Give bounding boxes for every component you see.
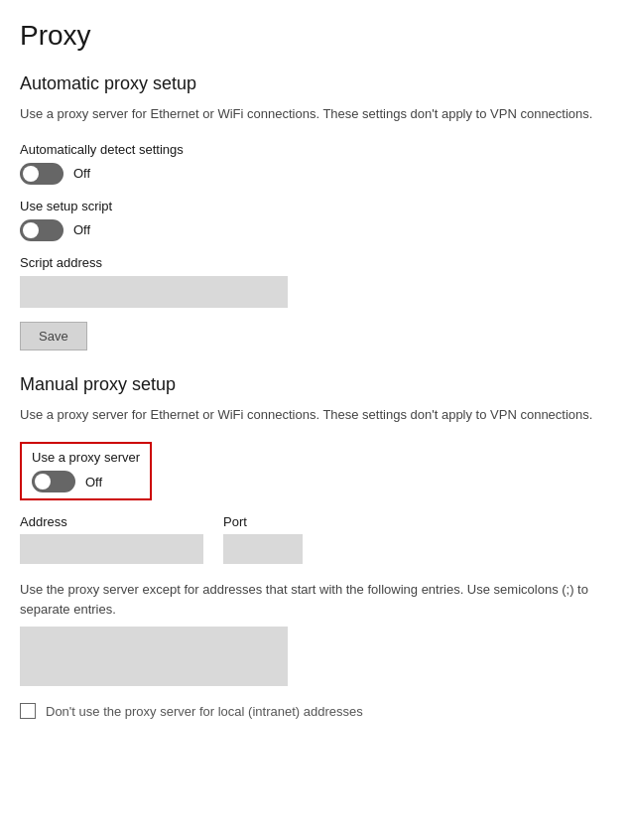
local-checkbox-row: Don't use the proxy server for local (in… [20,703,612,719]
setup-script-toggle[interactable] [20,219,63,241]
exceptions-description: Use the proxy server except for addresse… [20,580,612,619]
port-field-group: Port [223,514,303,564]
auto-detect-state: Off [73,166,90,181]
setup-script-label: Use setup script [20,199,612,213]
auto-detect-toggle-row: Off [20,163,612,185]
port-input[interactable] [223,534,303,564]
auto-detect-toggle[interactable] [20,163,63,185]
auto-detect-label: Automatically detect settings [20,142,612,157]
local-checkbox-label: Don't use the proxy server for local (in… [46,704,363,719]
save-button[interactable]: Save [20,322,87,350]
use-proxy-state: Off [85,475,102,490]
use-proxy-label: Use a proxy server [32,450,140,465]
page-title: Proxy [20,20,612,52]
manual-section: Manual proxy setup Use a proxy server fo… [20,374,612,720]
use-proxy-highlighted-box: Use a proxy server Off [20,442,152,500]
address-field-group: Address [20,514,203,564]
manual-section-title: Manual proxy setup [20,374,612,395]
automatic-description: Use a proxy server for Ethernet or WiFi … [20,104,612,124]
automatic-section-title: Automatic proxy setup [20,73,612,94]
script-address-label: Script address [20,255,612,270]
script-address-input[interactable] [20,276,288,308]
setup-script-toggle-row: Off [20,219,612,241]
setup-script-state: Off [73,222,90,237]
automatic-section: Automatic proxy setup Use a proxy server… [20,73,612,374]
address-port-row: Address Port [20,514,612,564]
address-input[interactable] [20,534,203,564]
port-label: Port [223,514,303,529]
manual-description: Use a proxy server for Ethernet or WiFi … [20,405,612,425]
local-checkbox[interactable] [20,703,36,719]
address-label: Address [20,514,203,529]
use-proxy-toggle[interactable] [32,471,75,492]
exceptions-textarea[interactable] [20,627,288,686]
use-proxy-toggle-row: Off [32,471,140,492]
